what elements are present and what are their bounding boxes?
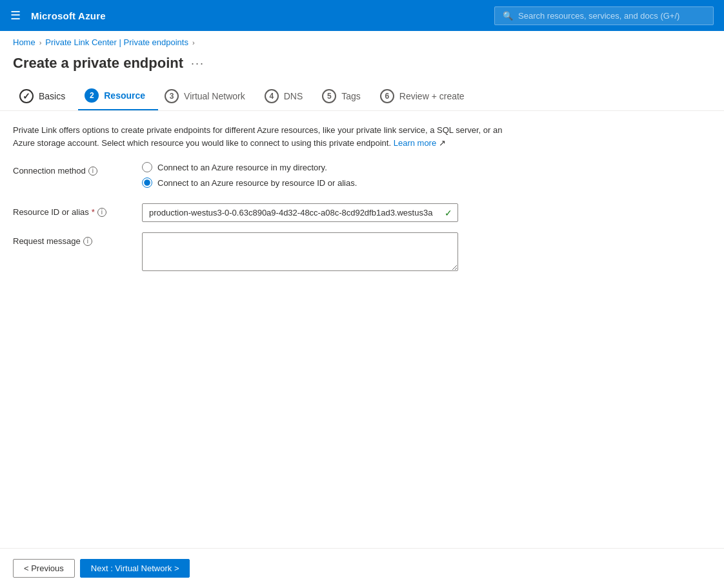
tab-review-label: Review + create bbox=[399, 91, 465, 101]
learn-more-link[interactable]: Learn more bbox=[394, 138, 436, 148]
tab-dns[interactable]: 4 DNS bbox=[258, 83, 316, 110]
radio-directory-option[interactable]: Connect to an Azure resource in my direc… bbox=[142, 162, 516, 172]
tab-review[interactable]: 6 Review + create bbox=[374, 83, 478, 110]
radio-resource-id-option[interactable]: Connect to an Azure resource by resource… bbox=[142, 177, 516, 188]
tab-basics[interactable]: ✓ Basics bbox=[13, 83, 78, 110]
request-message-controls bbox=[142, 232, 516, 273]
request-message-label: Request message i bbox=[13, 232, 142, 246]
step-review-icon: 6 bbox=[380, 89, 394, 103]
main-content: Private Link offers options to create pr… bbox=[0, 111, 529, 296]
step-tags-icon: 5 bbox=[322, 89, 336, 103]
request-message-row: Request message i bbox=[13, 232, 516, 273]
tab-basics-label: Basics bbox=[39, 91, 65, 101]
page-header: Create a private endpoint ··· bbox=[0, 50, 724, 82]
resource-id-input-wrapper: ✓ bbox=[142, 203, 458, 222]
resource-id-info-icon[interactable]: i bbox=[97, 208, 106, 217]
breadcrumb-home[interactable]: Home bbox=[13, 37, 35, 47]
request-message-info-icon[interactable]: i bbox=[83, 237, 92, 246]
tab-virtual-network-label: Virtual Network bbox=[184, 91, 245, 101]
connection-method-label: Connection method i bbox=[13, 162, 142, 176]
request-message-input[interactable] bbox=[142, 232, 458, 271]
tab-dns-label: DNS bbox=[284, 91, 303, 101]
tab-tags-label: Tags bbox=[341, 91, 361, 101]
radio-directory-label: Connect to an Azure resource in my direc… bbox=[157, 163, 327, 172]
app-title: Microsoft Azure bbox=[31, 10, 484, 21]
radio-resource-id-label: Connect to an Azure resource by resource… bbox=[157, 178, 357, 188]
tab-virtual-network[interactable]: 3 Virtual Network bbox=[158, 83, 258, 110]
connection-method-controls: Connect to an Azure resource in my direc… bbox=[142, 162, 516, 193]
search-input[interactable] bbox=[518, 11, 705, 21]
form-description: Private Link offers options to create pr… bbox=[13, 124, 516, 149]
step-dns-icon: 4 bbox=[265, 89, 279, 103]
connection-method-row: Connection method i Connect to an Azure … bbox=[13, 162, 516, 193]
breadcrumb-parent[interactable]: Private Link Center | Private endpoints bbox=[45, 37, 188, 47]
topbar: ☰ Microsoft Azure 🔍 bbox=[0, 0, 724, 31]
resource-id-required: * bbox=[92, 207, 95, 217]
tab-tags[interactable]: 5 Tags bbox=[316, 83, 374, 110]
page-title: Create a private endpoint bbox=[13, 55, 183, 72]
radio-directory-input[interactable] bbox=[142, 162, 152, 172]
external-link-icon: ↗ bbox=[439, 138, 446, 148]
resource-id-label: Resource ID or alias * i bbox=[13, 203, 142, 217]
connection-method-info-icon[interactable]: i bbox=[88, 167, 97, 176]
resource-id-row: Resource ID or alias * i ✓ bbox=[13, 203, 516, 222]
wizard-steps: ✓ Basics 2 Resource 3 Virtual Network 4 … bbox=[0, 82, 724, 111]
breadcrumb: Home › Private Link Center | Private end… bbox=[0, 31, 724, 50]
menu-icon[interactable]: ☰ bbox=[10, 8, 21, 23]
more-options-icon[interactable]: ··· bbox=[191, 57, 205, 70]
resource-id-input[interactable] bbox=[143, 204, 439, 221]
resource-id-valid-icon: ✓ bbox=[439, 208, 458, 218]
step-vnet-icon: 3 bbox=[165, 89, 179, 103]
breadcrumb-sep-1: › bbox=[39, 39, 42, 46]
step-resource-icon: 2 bbox=[85, 88, 99, 103]
radio-resource-id-input[interactable] bbox=[142, 177, 152, 188]
search-icon: 🔍 bbox=[503, 11, 513, 21]
search-bar[interactable]: 🔍 bbox=[494, 6, 714, 25]
tab-resource-label: Resource bbox=[104, 90, 145, 101]
resource-id-controls: ✓ bbox=[142, 203, 516, 222]
breadcrumb-sep-2: › bbox=[192, 39, 195, 46]
tab-resource[interactable]: 2 Resource bbox=[78, 82, 158, 110]
step-basics-icon: ✓ bbox=[19, 89, 34, 103]
